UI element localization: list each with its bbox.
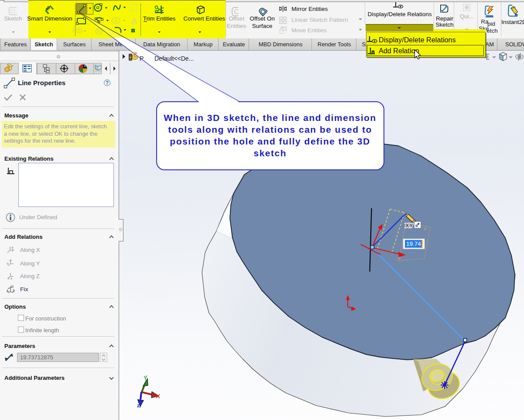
- svg-text:P: P: [140, 55, 144, 62]
- svg-text:position the hole and fully de: position the hole and fully define the 3…: [170, 136, 370, 146]
- svg-text:Display/Delete Relations: Display/Delete Relations: [379, 36, 456, 44]
- svg-text:Default<<De...: Default<<De...: [154, 55, 194, 62]
- svg-text:When in 3D sketch, the line an: When in 3D sketch, the line and dimensio…: [164, 113, 376, 123]
- svg-text:sketch: sketch: [253, 148, 287, 158]
- svg-text:tools along with relations can: tools along with relations can be used t…: [168, 124, 372, 134]
